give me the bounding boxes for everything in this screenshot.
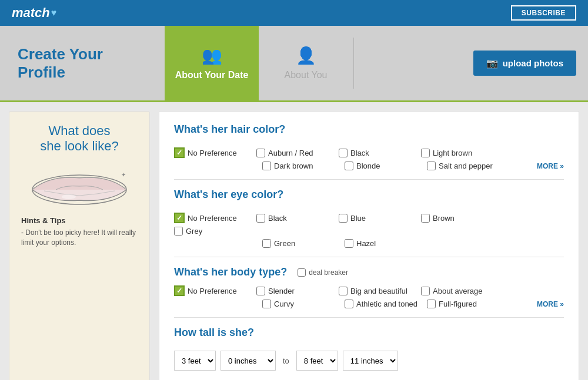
eye-hazel-checkbox[interactable] xyxy=(345,239,353,248)
eye-no-pref-label: No Preference xyxy=(188,214,237,223)
nav-bar: Create Your Profile 👥 About Your Date 👤 … xyxy=(0,26,588,102)
hair-dark-brown-checkbox[interactable] xyxy=(262,162,271,170)
eye-black-label: Black xyxy=(268,214,287,223)
eye-grey-checkbox[interactable] xyxy=(174,227,183,236)
body-no-pref-label: No Preference xyxy=(188,287,237,295)
height-to-feet-select[interactable]: 3 feet 4 feet 5 feet 6 feet 7 feet 8 fee… xyxy=(296,351,338,371)
create-profile-label: Create Your Profile xyxy=(0,26,165,100)
people-icon: 👥 xyxy=(202,46,222,65)
tab-about-you[interactable]: 👤 About You xyxy=(259,26,353,100)
tab-active-label: About Your Date xyxy=(175,70,249,80)
eye-blue-label: Blue xyxy=(350,214,366,223)
body-full-figured[interactable]: Full-figured xyxy=(427,300,503,308)
hair-black[interactable]: Black xyxy=(339,149,415,157)
body-slender-label: Slender xyxy=(268,287,295,295)
subscribe-button[interactable]: SUBSCRIBE xyxy=(511,5,576,21)
height-title: How tall is she? xyxy=(174,327,564,344)
body-about-average[interactable]: About average xyxy=(421,287,497,295)
hair-salt-pepper[interactable]: Salt and pepper xyxy=(427,162,503,170)
header: match♥ SUBSCRIBE xyxy=(0,0,588,26)
hair-color-row2: Dark brown Blonde Salt and pepper MORE » xyxy=(174,162,564,170)
hair-more-link[interactable]: MORE » xyxy=(537,162,564,170)
eye-hazel[interactable]: Hazel xyxy=(345,239,421,248)
hair-blonde[interactable]: Blonde xyxy=(345,162,421,170)
hair-salt-pepper-checkbox[interactable] xyxy=(427,162,436,170)
eye-black[interactable]: Black xyxy=(256,214,333,223)
body-full-figured-label: Full-figured xyxy=(439,300,477,308)
body-curvy[interactable]: Curvy xyxy=(262,300,339,308)
body-type-title: What's her body type? xyxy=(174,266,287,278)
eye-color-row2: Green Hazel xyxy=(174,239,564,248)
eye-black-checkbox[interactable] xyxy=(256,214,265,223)
body-slender[interactable]: Slender xyxy=(256,287,333,295)
eye-brown-checkbox[interactable] xyxy=(421,214,430,223)
hints-title: Hints & Tips xyxy=(21,216,138,225)
eye-grey-label: Grey xyxy=(186,227,202,236)
svg-point-1 xyxy=(62,194,76,199)
hair-color-row1: No Preference Auburn / Red Black Light b… xyxy=(174,147,564,158)
hair-no-pref-checkbox[interactable] xyxy=(174,147,185,158)
height-from-feet-select[interactable]: 3 feet 4 feet 5 feet 6 feet 7 feet 8 fee… xyxy=(174,351,216,371)
hair-color-section: What's her hair color? No Preference Aub… xyxy=(174,123,564,170)
hair-blonde-checkbox[interactable] xyxy=(345,162,353,170)
eye-no-pref-checkbox[interactable] xyxy=(174,213,185,223)
form-area: What's her hair color? No Preference Aub… xyxy=(159,111,579,380)
lips-illustration: ✦ xyxy=(26,160,132,207)
hints-text: - Don't be too picky here! It will reall… xyxy=(21,228,138,248)
body-type-row2: Curvy Athletic and toned Full-figured MO… xyxy=(174,300,564,308)
body-type-section: What's her body type? deal breaker No Pr… xyxy=(174,266,564,308)
hair-light-brown[interactable]: Light brown xyxy=(421,149,497,157)
hair-no-preference[interactable]: No Preference xyxy=(174,147,250,158)
logo-text: match xyxy=(12,5,50,21)
eye-blue-checkbox[interactable] xyxy=(339,214,348,223)
body-no-pref-checkbox[interactable] xyxy=(174,285,185,296)
upload-photos-button[interactable]: 📷 upload photos xyxy=(473,51,576,76)
body-athletic[interactable]: Athletic and toned xyxy=(345,300,421,308)
hair-black-checkbox[interactable] xyxy=(339,149,348,157)
tab-about-your-date[interactable]: 👥 About Your Date xyxy=(165,26,259,100)
eye-no-preference[interactable]: No Preference xyxy=(174,213,250,223)
body-full-figured-checkbox[interactable] xyxy=(427,300,436,308)
body-curvy-label: Curvy xyxy=(274,300,294,308)
eye-grey[interactable]: Grey xyxy=(174,227,250,236)
height-from-inches-select[interactable]: 0 inches 1 inches 2 inches 3 inches 4 in… xyxy=(220,351,276,371)
body-about-average-checkbox[interactable] xyxy=(421,287,430,295)
body-athletic-label: Athletic and toned xyxy=(356,300,417,308)
body-slender-checkbox[interactable] xyxy=(256,287,265,295)
body-athletic-checkbox[interactable] xyxy=(345,300,353,308)
divider-3 xyxy=(174,317,564,318)
eye-color-section: What's her eye color? No Preference Blac… xyxy=(174,189,564,248)
eye-blue[interactable]: Blue xyxy=(339,214,415,223)
deal-breaker-label: deal breaker xyxy=(309,268,348,277)
height-to-inches-select[interactable]: 0 inches 1 inches 2 inches 3 inches 4 in… xyxy=(343,351,398,371)
hair-light-brown-label: Light brown xyxy=(433,149,472,157)
hair-blonde-label: Blonde xyxy=(356,162,380,170)
body-curvy-checkbox[interactable] xyxy=(262,300,271,308)
hair-no-pref-label: No Preference xyxy=(188,149,237,157)
nav-spacer: 📷 upload photos xyxy=(354,26,588,100)
sidebar-illustration: What does she look like? ✦ xyxy=(21,123,138,207)
eye-color-title: What's her eye color? xyxy=(174,189,564,206)
hair-dark-brown[interactable]: Dark brown xyxy=(262,162,339,170)
body-no-preference[interactable]: No Preference xyxy=(174,285,250,296)
logo: match♥ xyxy=(12,5,56,21)
hair-auburn[interactable]: Auburn / Red xyxy=(256,149,333,157)
body-big-beautiful[interactable]: Big and beautiful xyxy=(339,287,415,295)
deal-breaker-container[interactable]: deal breaker xyxy=(298,268,348,277)
divider-2 xyxy=(174,257,564,257)
body-big-beautiful-checkbox[interactable] xyxy=(339,287,348,295)
hair-auburn-label: Auburn / Red xyxy=(268,149,313,157)
body-more-link[interactable]: MORE » xyxy=(537,300,564,308)
eye-green-checkbox[interactable] xyxy=(262,239,271,248)
eye-brown[interactable]: Brown xyxy=(421,214,497,223)
svg-text:✦: ✦ xyxy=(121,171,126,178)
person-icon: 👤 xyxy=(296,46,316,65)
logo-heart: ♥ xyxy=(51,8,57,18)
camera-icon: 📷 xyxy=(486,58,498,69)
eye-hazel-label: Hazel xyxy=(356,239,376,248)
hair-auburn-checkbox[interactable] xyxy=(256,149,265,157)
deal-breaker-checkbox[interactable] xyxy=(298,268,306,277)
hair-light-brown-checkbox[interactable] xyxy=(421,149,430,157)
eye-green[interactable]: Green xyxy=(262,239,339,248)
main-content: What does she look like? ✦ Hints & Tips … xyxy=(0,102,588,380)
